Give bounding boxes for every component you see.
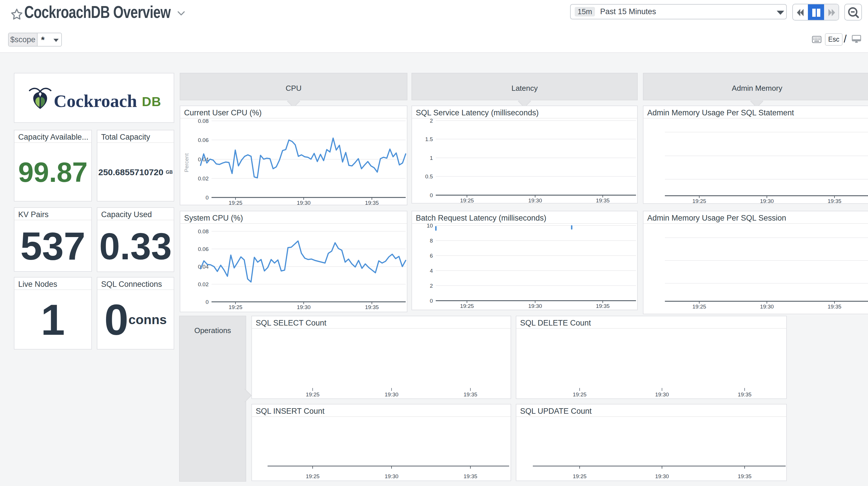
svg-text:19:25: 19:25 xyxy=(306,392,319,398)
svg-text:19:30: 19:30 xyxy=(528,197,542,203)
svg-text:19:25: 19:25 xyxy=(692,198,706,203)
svg-text:0.02: 0.02 xyxy=(198,281,209,287)
svg-text:0.5: 0.5 xyxy=(425,173,433,179)
svg-text:19:30: 19:30 xyxy=(528,303,542,309)
svg-text:0.06: 0.06 xyxy=(198,246,209,252)
svg-text:6: 6 xyxy=(430,253,433,259)
svg-text:19:30: 19:30 xyxy=(297,304,311,310)
svg-text:0.08: 0.08 xyxy=(198,118,209,124)
svg-text:10: 10 xyxy=(427,223,433,229)
svg-text:19:25: 19:25 xyxy=(228,304,242,310)
svg-text:2: 2 xyxy=(430,118,433,124)
svg-text:19:30: 19:30 xyxy=(655,392,669,398)
svg-text:19:30: 19:30 xyxy=(760,198,774,203)
svg-text:19:25: 19:25 xyxy=(573,473,587,479)
svg-text:19:35: 19:35 xyxy=(365,304,379,310)
svg-text:4: 4 xyxy=(430,268,433,274)
svg-text:0.06: 0.06 xyxy=(198,137,209,143)
svg-text:0: 0 xyxy=(206,299,209,305)
svg-text:19:35: 19:35 xyxy=(738,473,751,479)
svg-text:19:35: 19:35 xyxy=(463,473,477,479)
svg-text:19:35: 19:35 xyxy=(463,392,477,398)
svg-text:19:30: 19:30 xyxy=(655,473,669,479)
svg-text:19:30: 19:30 xyxy=(384,392,399,398)
svg-text:19:35: 19:35 xyxy=(828,198,841,203)
svg-text:19:25: 19:25 xyxy=(573,392,587,398)
svg-text:8: 8 xyxy=(430,238,433,244)
svg-text:19:25: 19:25 xyxy=(460,303,474,309)
svg-text:19:25: 19:25 xyxy=(306,473,319,479)
svg-text:2: 2 xyxy=(430,283,433,289)
svg-text:19:35: 19:35 xyxy=(738,392,751,398)
svg-text:19:25: 19:25 xyxy=(228,200,242,205)
svg-text:1.5: 1.5 xyxy=(425,136,433,142)
svg-text:Percent: Percent xyxy=(184,153,190,172)
svg-text:19:25: 19:25 xyxy=(460,197,474,203)
svg-text:19:30: 19:30 xyxy=(384,473,399,479)
svg-text:1: 1 xyxy=(430,155,433,161)
svg-text:0: 0 xyxy=(430,192,433,198)
svg-text:0: 0 xyxy=(430,298,433,304)
svg-text:19:35: 19:35 xyxy=(828,304,841,310)
svg-text:0: 0 xyxy=(206,195,209,201)
svg-text:0.02: 0.02 xyxy=(198,175,209,181)
svg-text:19:35: 19:35 xyxy=(365,200,379,205)
svg-text:19:30: 19:30 xyxy=(760,304,774,310)
svg-text:19:30: 19:30 xyxy=(297,200,311,205)
svg-text:0.08: 0.08 xyxy=(198,228,209,234)
svg-text:19:35: 19:35 xyxy=(596,303,610,309)
svg-text:0.04: 0.04 xyxy=(198,156,209,163)
svg-text:19:35: 19:35 xyxy=(596,197,610,203)
svg-text:19:25: 19:25 xyxy=(692,304,706,310)
